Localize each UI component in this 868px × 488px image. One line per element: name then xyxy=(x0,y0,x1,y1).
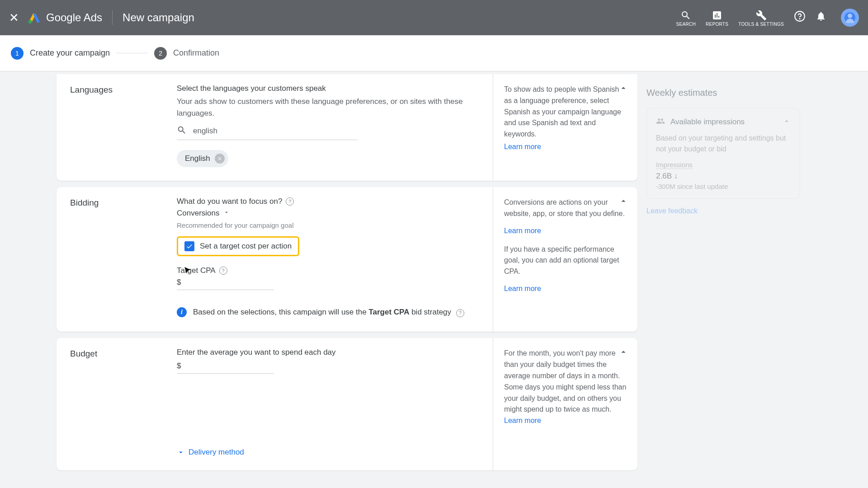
tools-settings-tool[interactable]: TOOLS & SETTINGS xyxy=(738,9,784,27)
languages-help-text: To show ads to people with Spanish as a … xyxy=(504,84,627,140)
target-cpa-input[interactable] xyxy=(184,278,280,287)
dropdown-value: Conversions xyxy=(177,209,220,218)
bidding-learn-more-2[interactable]: Learn more xyxy=(504,285,627,293)
collapse-icon[interactable] xyxy=(618,83,628,95)
chevron-down-icon xyxy=(177,448,185,456)
bidding-help-1: Conversions are actions on your website,… xyxy=(504,197,627,220)
bidding-help-2: If you have a specific performance goal,… xyxy=(504,244,627,277)
languages-title: Languages xyxy=(70,85,177,95)
target-cpa-checkbox-label: Set a target cost per action xyxy=(200,242,292,251)
avatar[interactable] xyxy=(841,9,859,27)
languages-hint: Your ads show to customers with these la… xyxy=(177,96,475,119)
languages-learn-more-link[interactable]: Learn more xyxy=(504,143,627,151)
logo-text: Google Ads xyxy=(46,11,102,24)
info-icon: i xyxy=(177,307,187,317)
checkbox-checked-icon xyxy=(184,241,194,251)
bidding-focus-dropdown[interactable]: Conversions xyxy=(177,209,475,218)
step-connector xyxy=(116,53,148,53)
bidding-recommended-text: Recommended for your campaign goal xyxy=(177,221,475,229)
people-icon xyxy=(656,117,665,127)
bid-strategy-info: Based on the selections, this campaign w… xyxy=(193,306,464,318)
chip-label: English xyxy=(185,154,210,163)
budget-input-wrapper[interactable]: $ xyxy=(177,361,274,374)
chevron-up-icon[interactable] xyxy=(783,117,791,127)
available-impressions-label: Available impressions xyxy=(670,117,777,127)
step-2[interactable]: 2 Confirmation xyxy=(154,47,219,60)
bidding-title: Bidding xyxy=(70,198,177,208)
bidding-card: Bidding What do you want to focus on? ? … xyxy=(57,187,637,332)
reports-label: REPORTS xyxy=(706,22,728,27)
delivery-method-label: Delivery method xyxy=(189,448,244,457)
currency-symbol: $ xyxy=(177,361,181,371)
bidding-focus-label: What do you want to focus on? xyxy=(177,197,282,206)
language-search-input[interactable] xyxy=(193,127,358,136)
search-tool[interactable]: SEARCH xyxy=(676,9,696,27)
step-2-label: Confirmation xyxy=(173,48,219,58)
step-2-number: 2 xyxy=(154,47,167,60)
language-search[interactable] xyxy=(177,125,358,140)
target-cpa-input-wrapper[interactable]: $ xyxy=(177,278,274,290)
bidding-learn-more-1[interactable]: Learn more xyxy=(504,227,627,235)
budget-input[interactable] xyxy=(184,361,280,371)
stepper: 1 Create your campaign 2 Confirmation xyxy=(0,35,868,71)
reports-icon xyxy=(712,9,722,22)
help-tooltip-icon[interactable]: ? xyxy=(219,267,227,275)
page-title: New campaign xyxy=(123,11,194,24)
header-divider xyxy=(112,10,113,25)
budget-title: Budget xyxy=(70,349,177,359)
reports-tool[interactable]: REPORTS xyxy=(706,9,728,27)
leave-feedback-link[interactable]: Leave feedback xyxy=(646,207,800,215)
search-label: SEARCH xyxy=(676,22,696,27)
impressions-label: Impressions xyxy=(656,161,693,169)
close-icon[interactable]: ✕ xyxy=(9,11,19,25)
svg-point-2 xyxy=(799,19,800,19)
currency-symbol: $ xyxy=(177,278,181,287)
budget-learn-more-link[interactable]: Learn more xyxy=(504,417,541,424)
svg-point-0 xyxy=(28,20,32,23)
target-cpa-checkbox-row[interactable]: Set a target cost per action xyxy=(177,236,299,256)
logo: Google Ads xyxy=(27,10,102,25)
target-cpa-label: Target CPA xyxy=(177,266,216,275)
budget-card: Budget Enter the average you want to spe… xyxy=(57,338,637,470)
step-1-label: Create your campaign xyxy=(30,48,110,58)
help-tooltip-icon[interactable]: ? xyxy=(286,197,294,206)
budget-help-text: For the month, you won't pay more than y… xyxy=(504,348,627,427)
collapse-icon[interactable] xyxy=(618,347,628,359)
budget-heading: Enter the average you want to spend each… xyxy=(177,348,475,357)
google-ads-logo-icon xyxy=(27,10,42,25)
languages-card: Languages Select the languages your cust… xyxy=(57,74,637,181)
caret-down-icon xyxy=(223,209,230,217)
notifications-icon[interactable] xyxy=(816,11,826,24)
languages-heading: Select the languages your customers spea… xyxy=(177,84,475,93)
help-tooltip-icon[interactable]: ? xyxy=(456,309,464,317)
help-icon[interactable] xyxy=(794,10,806,25)
impressions-value: 2.6B ↓ xyxy=(656,172,791,181)
impressions-delta: -300M since last update xyxy=(656,183,791,190)
step-1[interactable]: 1 Create your campaign xyxy=(11,47,110,60)
delivery-method-toggle[interactable]: Delivery method xyxy=(177,448,475,457)
step-1-number: 1 xyxy=(11,47,24,60)
chip-remove-icon[interactable] xyxy=(215,154,225,164)
search-icon xyxy=(680,9,691,22)
sidebar-title: Weekly estimates xyxy=(646,88,800,98)
collapse-icon[interactable] xyxy=(618,196,628,208)
language-chip-english: English xyxy=(177,150,228,167)
impressions-desc: Based on your targeting and settings but… xyxy=(656,133,791,155)
impressions-card: Available impressions Based on your targ… xyxy=(646,108,800,199)
tools-settings-label: TOOLS & SETTINGS xyxy=(738,22,784,27)
search-icon xyxy=(177,125,187,137)
wrench-icon xyxy=(756,9,767,22)
